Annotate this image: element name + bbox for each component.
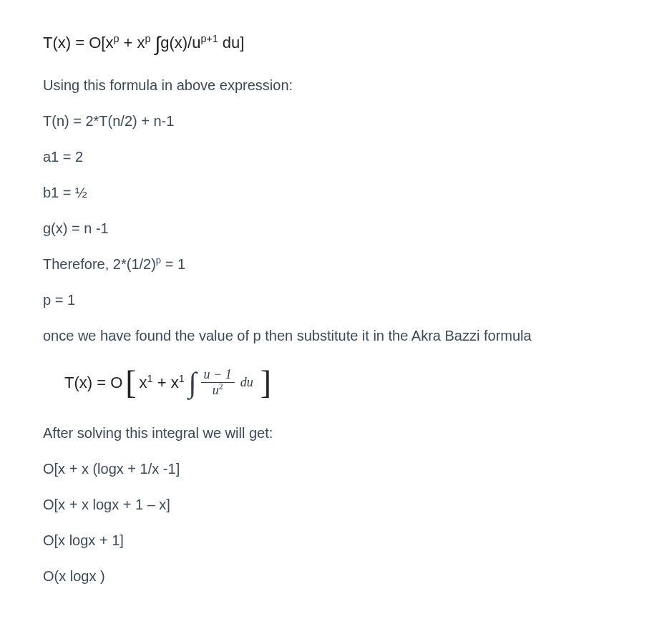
therefore-line: Therefore, 2*(1/2)p = 1	[43, 253, 629, 276]
fraction-numerator: u − 1	[201, 368, 235, 383]
gx-line: g(x) = n -1	[43, 217, 629, 240]
fraction-denominator: u2	[210, 383, 226, 398]
intro-text: Using this formula in above expression:	[43, 74, 629, 97]
formula-top-text: T(x) = O[xp + xp ∫g(x)/up+1 du]	[43, 34, 244, 52]
result-4: O(x logx )	[43, 565, 629, 588]
result-3: O[x logx + 1]	[43, 529, 629, 552]
result-1: O[x + x (logx + 1/x -1]	[43, 457, 629, 480]
right-bracket-icon: ]	[258, 366, 274, 399]
du-text: du	[240, 372, 253, 393]
recurrence: T(n) = 2*T(n/2) + n-1	[43, 109, 629, 132]
formula-top: T(x) = O[xp + xp ∫g(x)/up+1 du]	[43, 29, 629, 61]
p-line: p = 1	[43, 288, 629, 311]
result-2: O[x + x logx + 1 – x]	[43, 493, 629, 516]
a1-line: a1 = 2	[43, 145, 629, 168]
fraction: u − 1 u2	[201, 368, 235, 398]
after-solving-text: After solving this integral we will get:	[43, 421, 629, 444]
eq-left: T(x) = O	[64, 370, 122, 395]
eq-inside-left: x1 + x1	[140, 370, 185, 395]
akra-bazzi-equation: T(x) = O [ x1 + x1 ∫ u − 1 u2 du ]	[64, 360, 629, 406]
substitute-text: once we have found the value of p then s…	[43, 324, 629, 347]
therefore-text: Therefore, 2*(1/2)p = 1	[43, 256, 185, 272]
integral-icon: ∫	[189, 360, 197, 406]
b1-line: b1 = ½	[43, 181, 629, 204]
left-bracket-icon: [	[122, 366, 139, 399]
integral-box: ∫ u − 1 u2 du	[189, 360, 253, 406]
